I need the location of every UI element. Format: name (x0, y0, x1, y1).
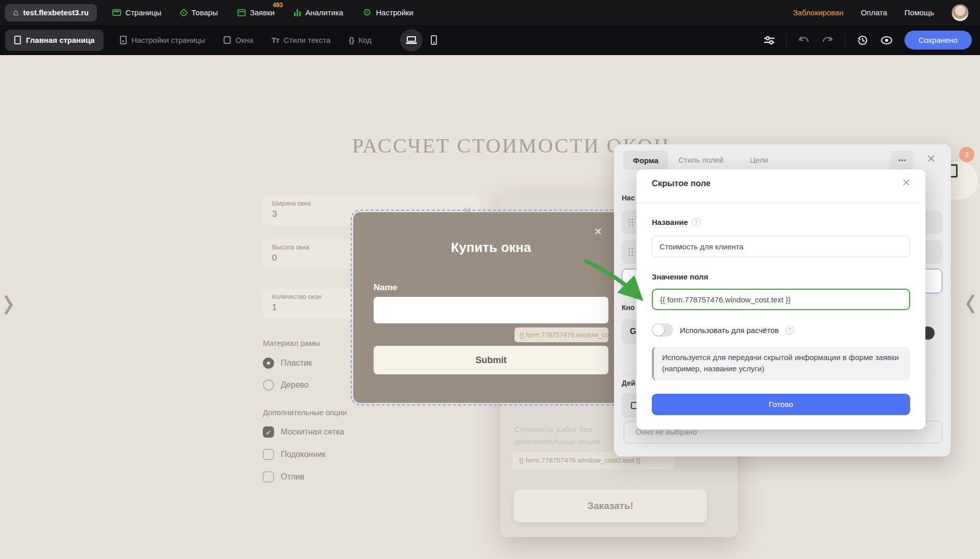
divider (636, 203, 925, 204)
hidden-field-dialog: Скрытое поле ✕ Название ? Значение поля … (636, 169, 925, 429)
radio-plastic-label: Пластик (281, 359, 312, 368)
windows-label: Окна (235, 36, 253, 44)
mobile-view-button[interactable] (431, 35, 437, 45)
buy-windows-popup[interactable]: Купить окна ✕ Name {{ form.778757476.win… (353, 212, 629, 403)
pages-icon (112, 9, 121, 16)
undo-icon[interactable] (798, 35, 810, 45)
name-label: Название (652, 218, 688, 226)
checkbox-icon (263, 471, 274, 482)
nav-products[interactable]: Товары (181, 8, 218, 17)
redo-icon[interactable] (821, 35, 834, 45)
window-icon (224, 36, 231, 44)
popup-hidden-field-tag[interactable]: {{ form.778757476.window_cost.text }} (514, 327, 608, 342)
code-label: Код (358, 36, 372, 44)
drag-handle-icon[interactable] (628, 218, 634, 227)
toolbar-items: Настройки страницы Окна Tт Стили текста … (120, 36, 371, 44)
toolbar-right: Сохранено (764, 31, 972, 49)
clipped-actions-label: Дей (622, 379, 635, 387)
tab-form[interactable]: Форма (623, 150, 668, 170)
help-icon[interactable]: ? (786, 326, 794, 335)
page-settings-button[interactable]: Настройки страницы (120, 36, 205, 44)
dialog-title: Скрытое поле (652, 179, 710, 188)
current-page-button[interactable]: Главная страница (5, 30, 104, 51)
nav-settings-label: Настройки (376, 8, 413, 17)
calc-toggle-row: Использовать для расчётов ? (652, 323, 794, 337)
code-icon: { } (349, 36, 354, 44)
checkbox-icon (263, 449, 274, 460)
notification-badge: 3 (959, 147, 974, 162)
value-label-row: Значение поля (652, 272, 708, 281)
checkbox-mosquito-label: Москитная сетка (281, 427, 344, 437)
checkbox-windowsill-label: Подоконник (281, 450, 326, 459)
hidden-field-hint: Используется для передачи скрытой информ… (652, 347, 910, 380)
checkbox-mosquito-net[interactable]: ✓ Москитная сетка (263, 426, 344, 438)
nav-analytics[interactable]: Аналитика (294, 8, 343, 17)
avatar[interactable] (951, 4, 969, 21)
material-section-label: Материал рамы (263, 339, 320, 347)
top-right-group: Заблокирован Оплата Помощь (793, 4, 969, 21)
windows-button[interactable]: Окна (224, 36, 253, 44)
tab-field-style[interactable]: Стиль полей (678, 156, 723, 164)
tag-icon (180, 8, 188, 17)
saved-button[interactable]: Сохранено (904, 31, 972, 49)
analytics-icon (294, 9, 301, 16)
top-nav: Страницы Товары Заявки 493 Аналитика ⚙ Н… (112, 8, 413, 17)
checkbox-drip[interactable]: Отлив (263, 471, 304, 482)
leads-count-badge: 493 (273, 2, 283, 9)
current-page-label: Главная страница (26, 36, 94, 44)
nav-products-label: Товары (191, 8, 218, 17)
checkbox-drip-label: Отлив (281, 472, 304, 481)
panel-close-icon[interactable]: ✕ (926, 153, 936, 166)
nav-settings[interactable]: ⚙ Настройки (362, 8, 413, 17)
text-styles-button[interactable]: Tт Стили текста (272, 36, 330, 44)
panel-menu-button[interactable]: ••• (891, 150, 914, 170)
popup-close-icon[interactable]: ✕ (594, 225, 602, 238)
payment-link[interactable]: Оплата (861, 8, 887, 17)
nav-pages[interactable]: Страницы (112, 8, 161, 17)
editor-root: ⌂ test.flexbetest3.ru Страницы Товары За… (0, 0, 980, 559)
radio-wood-label: Дерево (281, 380, 309, 390)
radio-wood[interactable]: Дерево (263, 379, 309, 391)
calc-toggle[interactable] (652, 323, 673, 337)
site-name: test.flexbetest3.ru (23, 8, 88, 17)
radio-plastic[interactable]: Пластик (263, 358, 312, 369)
nav-pages-label: Страницы (126, 8, 161, 17)
device-toggle (400, 29, 437, 52)
page-settings-icon (120, 36, 127, 44)
sliders-icon[interactable] (764, 35, 775, 45)
done-button[interactable]: Готово (652, 394, 910, 415)
page-settings-label: Настройки страницы (131, 36, 205, 44)
popup-name-input[interactable] (374, 297, 608, 323)
home-icon: ⌂ (13, 8, 18, 17)
hidden-field-value-input[interactable] (652, 289, 910, 310)
checkbox-checked-icon: ✓ (263, 426, 274, 438)
help-icon[interactable]: ? (692, 218, 701, 226)
dialog-close-icon[interactable]: ✕ (902, 176, 911, 189)
radio-selected-icon (263, 358, 274, 369)
checkbox-windowsill[interactable]: Подоконник (263, 449, 326, 460)
tab-goals[interactable]: Цели (750, 156, 768, 164)
site-button[interactable]: ⌂ test.flexbetest3.ru (5, 4, 97, 21)
preview-eye-icon[interactable] (880, 35, 893, 45)
code-button[interactable]: { } Код (349, 36, 371, 44)
popup-submit-button[interactable]: Submit (374, 346, 608, 374)
help-link[interactable]: Помощь (904, 8, 934, 17)
text-styles-label: Стили текста (284, 36, 331, 44)
hidden-field-name-input[interactable] (652, 236, 910, 257)
nav-leads-label: Заявки (250, 8, 275, 17)
next-section-chevron[interactable] (966, 294, 975, 314)
gear-icon: ⚙ (362, 8, 371, 17)
text-style-icon: Tт (272, 36, 279, 44)
blocked-link[interactable]: Заблокирован (793, 8, 844, 17)
history-icon[interactable] (856, 34, 869, 46)
editor-toolbar: Главная страница Настройки страницы Окна… (0, 25, 980, 55)
nav-leads[interactable]: Заявки 493 (237, 8, 275, 17)
order-button[interactable]: Заказать! (514, 490, 707, 522)
extras-section-label: Дополнительные опции (263, 408, 347, 417)
name-label-row: Название ? (652, 218, 701, 226)
desktop-view-button[interactable] (400, 29, 423, 52)
drag-handle-icon[interactable] (628, 247, 634, 257)
popup-name-label: Name (374, 283, 397, 293)
calc-toggle-label: Использовать для расчётов (680, 326, 779, 335)
prev-section-chevron[interactable] (4, 295, 13, 315)
